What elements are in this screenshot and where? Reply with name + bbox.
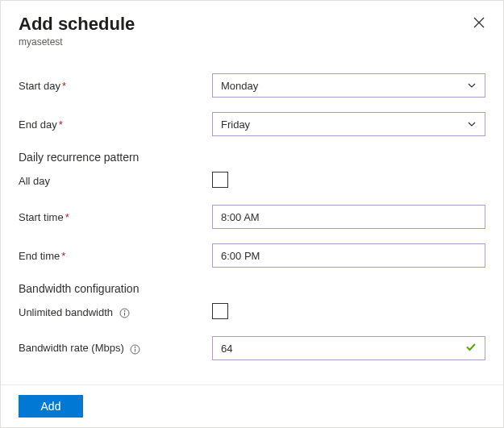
required-asterisk: *	[61, 250, 65, 262]
panel-footer: Add	[1, 384, 503, 427]
all-day-label: All day	[19, 175, 212, 187]
end-time-input[interactable]: 6:00 PM	[212, 243, 485, 268]
required-asterisk: *	[65, 211, 69, 223]
chevron-down-icon	[467, 81, 477, 90]
panel-subtitle: myasetest	[19, 36, 485, 48]
end-day-label: End day*	[19, 118, 212, 131]
start-time-value: 8:00 AM	[221, 211, 260, 223]
unlimited-bandwidth-row: Unlimited bandwidth	[19, 303, 485, 322]
required-asterisk: *	[59, 118, 63, 131]
start-day-value: Monday	[221, 80, 258, 92]
end-day-dropdown[interactable]: Friday	[212, 112, 485, 136]
end-day-row: End day* Friday	[19, 112, 485, 136]
start-time-row: Start time* 8:00 AM	[19, 205, 485, 229]
svg-point-7	[135, 347, 135, 347]
panel-title: Add schedule	[19, 14, 485, 35]
form-body: Start day* Monday End day* Friday	[1, 56, 503, 384]
all-day-row: All day	[19, 172, 485, 190]
start-time-input[interactable]: 8:00 AM	[212, 205, 485, 229]
bandwidth-rate-value: 64	[221, 343, 232, 355]
unlimited-bandwidth-label: Unlimited bandwidth	[19, 306, 212, 318]
start-day-row: Start day* Monday	[19, 73, 485, 98]
unlimited-bandwidth-checkbox[interactable]	[212, 303, 228, 319]
add-button[interactable]: Add	[19, 395, 83, 418]
all-day-checkbox[interactable]	[212, 172, 228, 188]
recurrence-section-title: Daily recurrence pattern	[19, 151, 485, 164]
bandwidth-rate-row: Bandwidth rate (Mbps) 64	[19, 336, 485, 360]
bandwidth-section-title: Bandwidth configuration	[19, 282, 485, 295]
panel-header: Add schedule myasetest	[1, 1, 503, 56]
bandwidth-rate-input[interactable]: 64	[212, 336, 485, 360]
svg-point-4	[124, 310, 125, 311]
valid-check-icon	[465, 342, 477, 355]
info-icon[interactable]	[119, 308, 130, 318]
close-icon	[473, 17, 485, 31]
end-time-label: End time*	[19, 250, 212, 262]
add-schedule-panel: Add schedule myasetest Start day* Monday	[0, 0, 504, 428]
end-day-value: Friday	[221, 118, 250, 131]
chevron-down-icon	[467, 119, 477, 129]
close-button[interactable]	[468, 12, 490, 35]
end-time-value: 6:00 PM	[221, 250, 260, 262]
required-asterisk: *	[62, 80, 66, 92]
start-time-label: Start time*	[19, 211, 212, 223]
start-day-label: Start day*	[19, 80, 212, 92]
bandwidth-rate-label: Bandwidth rate (Mbps)	[19, 342, 212, 354]
start-day-dropdown[interactable]: Monday	[212, 73, 485, 98]
info-icon[interactable]	[130, 344, 140, 355]
end-time-row: End time* 6:00 PM	[19, 243, 485, 268]
